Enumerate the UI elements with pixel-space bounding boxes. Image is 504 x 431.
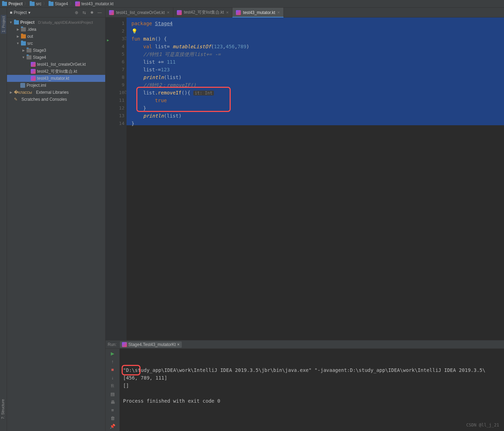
tab-1[interactable]: test41_list_createOrGet.kt× xyxy=(106,8,173,17)
kotlin-file-icon xyxy=(31,62,36,67)
sidebar-title: Project xyxy=(14,10,27,15)
collapse-icon[interactable]: ⇆ xyxy=(81,10,87,15)
tree-label: out xyxy=(27,34,33,39)
close-icon[interactable]: × xyxy=(277,10,280,15)
close-icon[interactable]: × xyxy=(177,342,180,347)
up-icon[interactable]: ↑ xyxy=(109,359,116,364)
folder-icon xyxy=(21,34,26,38)
trash-icon[interactable]: 🗑 xyxy=(109,416,116,421)
crumb-label: test43_mutator.kt xyxy=(81,1,114,6)
kotlin-file-icon xyxy=(177,10,182,15)
left-tool-strip-bottom: 7: Structure xyxy=(0,398,7,421)
run-config-tab[interactable]: Stage4.Test43_mutatorKt × xyxy=(120,341,181,348)
tree-label: test42_可变list集合.kt xyxy=(37,69,77,75)
tree-label: test43_mutator.kt xyxy=(37,76,69,81)
console-line: [456, 789, 111] xyxy=(123,375,167,381)
folder-icon xyxy=(21,27,26,31)
crumb-stage4[interactable]: Stage4 xyxy=(49,1,68,6)
rerun-icon[interactable]: ▶ xyxy=(109,351,116,356)
hide-icon[interactable]: — xyxy=(97,10,102,15)
stop-icon[interactable]: ■ xyxy=(109,367,116,372)
crumb-src[interactable]: src xyxy=(30,1,42,6)
tree-label: Stage4 xyxy=(33,55,46,60)
tree-ext-lib[interactable]: ▶�классы External Libraries xyxy=(7,89,105,96)
tab-label: test41_list_createOrGet.kt xyxy=(116,10,165,15)
project-tree[interactable]: ▼ProjectD:\study_app\IDEA\work\Project ▶… xyxy=(7,17,105,431)
tree-label: External Libraries xyxy=(36,90,69,95)
tree-out[interactable]: ▶out xyxy=(7,33,105,40)
tree-root[interactable]: ▼ProjectD:\study_app\IDEA\work\Project xyxy=(7,19,105,26)
pin-icon[interactable]: 📌 xyxy=(109,424,116,429)
tree-label: Scratches and Consoles xyxy=(21,97,67,102)
tree-path: D:\study_app\IDEA\work\Project xyxy=(38,20,93,24)
tree-scratches[interactable]: ✎ Scratches and Consoles xyxy=(7,96,105,103)
kotlin-file-icon xyxy=(31,69,36,74)
gear-icon[interactable]: ✸ xyxy=(89,10,95,15)
crumb-label: src xyxy=(36,1,42,6)
breadcrumb: Project 〉 src 〉 Stage4 〉 test43_mutator.… xyxy=(0,0,504,8)
run-panel: Run: Stage4.Test43_mutatorKt × ▶ ↑ ■ ↓ ⎘… xyxy=(106,340,504,431)
run-label: Run: xyxy=(108,342,116,347)
tree-stage3[interactable]: ▶Stage3 xyxy=(7,47,105,54)
folder-icon xyxy=(27,55,31,59)
tree-label: .idea xyxy=(27,27,36,32)
run-toolbar: ▶ ↑ ■ ↓ ⎘ ▤ 🖶 ≡ 🗑 📌 xyxy=(106,349,120,431)
tree-idea[interactable]: ▶.idea xyxy=(7,26,105,33)
tab-2[interactable]: test42_可变list集合.kt× xyxy=(173,8,232,17)
export-icon[interactable]: ⎘ xyxy=(109,383,116,388)
tree-file-2[interactable]: test42_可变list集合.kt xyxy=(7,68,105,75)
folder-icon xyxy=(2,2,7,6)
kotlin-file-icon xyxy=(31,76,36,81)
tree-file-1[interactable]: test41_list_createOrGet.kt xyxy=(7,61,105,68)
crumb-file[interactable]: test43_mutator.kt xyxy=(75,1,114,6)
tool-tab-project[interactable]: 1: Project xyxy=(1,15,6,34)
tree-stage4[interactable]: ▼Stage4 xyxy=(7,54,105,61)
kotlin-file-icon xyxy=(236,10,241,15)
watermark: CSDN @ll_j_21 xyxy=(466,421,499,429)
tree-label: src xyxy=(27,41,33,46)
inlay-hint: it: Int xyxy=(193,91,214,96)
tab-label: test42_可变list集合.kt xyxy=(184,9,224,15)
editor-tabs: test41_list_createOrGet.kt× test42_可变lis… xyxy=(106,8,504,17)
tab-3[interactable]: test43_mutator.kt× xyxy=(232,8,284,17)
locate-icon[interactable]: ⊕ xyxy=(74,10,79,15)
filter-icon[interactable]: ≡ xyxy=(109,408,116,413)
console-line: [] xyxy=(123,383,129,388)
tool-tab-structure[interactable]: 7: Structure xyxy=(0,398,6,421)
code-content[interactable]: package Stage4 💡 fun main() { val list= … xyxy=(127,17,504,340)
run-tab-label: Stage4.Test43_mutatorKt xyxy=(128,342,175,347)
close-icon[interactable]: × xyxy=(226,10,229,15)
console-output[interactable]: "D:\study_app\IDEA\work\IntelliJ IDEA 20… xyxy=(120,349,504,431)
tree-src[interactable]: ▼src xyxy=(7,40,105,47)
tree-label: Project xyxy=(20,20,35,25)
iml-file-icon xyxy=(20,83,25,88)
lightbulb-icon[interactable]: 💡 xyxy=(131,28,137,34)
folder-icon xyxy=(49,2,53,6)
down-icon[interactable]: ↓ xyxy=(109,375,116,380)
tree-label: test41_list_createOrGet.kt xyxy=(37,62,86,67)
tree-label: Stage3 xyxy=(33,48,46,53)
left-tool-strip: 1: Project xyxy=(0,8,7,431)
tab-label: test43_mutator.kt xyxy=(243,10,275,15)
sidebar-view-selector[interactable]: ■ Project ▾ xyxy=(10,10,30,15)
tree-file-3[interactable]: test43_mutator.kt xyxy=(7,75,105,82)
folder-icon xyxy=(21,41,26,45)
console-line: "D:\study_app\IDEA\work\IntelliJ IDEA 20… xyxy=(123,367,485,373)
chevron-right-icon: 〉 xyxy=(24,1,28,7)
tree-label: Project.iml xyxy=(27,83,46,88)
kotlin-file-icon xyxy=(109,10,114,15)
folder-icon xyxy=(30,2,35,6)
sidebar-header: ■ Project ▾ ⊕ ⇆ ✸ — xyxy=(7,8,105,17)
print-icon[interactable]: 🖶 xyxy=(109,400,116,405)
crumb-project[interactable]: Project xyxy=(2,1,23,6)
layout-icon[interactable]: ▤ xyxy=(109,391,116,396)
crumb-label: Stage4 xyxy=(55,1,68,6)
folder-icon xyxy=(27,48,31,52)
close-icon[interactable]: × xyxy=(167,10,170,15)
code-editor[interactable]: 1 2 ▶3− 4 5 6 7 8 9 10− 11 12 13 14 p xyxy=(106,17,504,340)
chevron-right-icon: 〉 xyxy=(43,1,47,7)
project-sidebar: ■ Project ▾ ⊕ ⇆ ✸ — ▼ProjectD:\study_app… xyxy=(7,8,106,431)
chevron-right-icon: 〉 xyxy=(70,1,74,7)
tree-iml[interactable]: Project.iml xyxy=(7,82,105,89)
kotlin-file-icon xyxy=(75,1,80,6)
